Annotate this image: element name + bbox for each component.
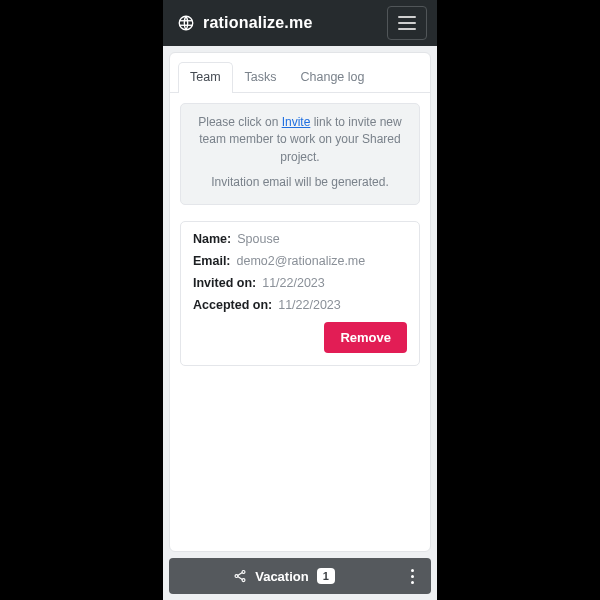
- team-member-card: Name: Spouse Email: demo2@rationalize.me…: [180, 221, 420, 366]
- notice-text-line2: Invitation email will be generated.: [193, 174, 407, 191]
- brand-text: rationalize.me: [203, 14, 313, 32]
- value-email: demo2@rationalize.me: [237, 254, 366, 268]
- main-area: Team Tasks Change log Please click on In…: [163, 46, 437, 558]
- tab-team[interactable]: Team: [178, 62, 233, 93]
- app-viewport: rationalize.me Team Tasks Change log Ple…: [163, 0, 437, 600]
- remove-button[interactable]: Remove: [324, 322, 407, 353]
- bottom-bar: Vacation 1: [169, 558, 431, 594]
- share-icon: [233, 569, 247, 583]
- project-count-badge: 1: [317, 568, 335, 584]
- tab-changelog[interactable]: Change log: [289, 62, 377, 93]
- value-name: Spouse: [237, 232, 279, 246]
- value-invited: 11/22/2023: [262, 276, 325, 290]
- content-card: Team Tasks Change log Please click on In…: [169, 52, 431, 552]
- project-selector[interactable]: Vacation 1: [169, 568, 399, 584]
- invite-link[interactable]: Invite: [282, 115, 311, 129]
- more-options-button[interactable]: [399, 562, 425, 590]
- tab-bar: Team Tasks Change log: [170, 53, 430, 93]
- navbar: rationalize.me: [163, 0, 437, 46]
- tab-tasks[interactable]: Tasks: [233, 62, 289, 93]
- label-name: Name:: [193, 232, 231, 246]
- menu-toggle-button[interactable]: [387, 6, 427, 40]
- brain-icon: [177, 14, 195, 32]
- kebab-icon: [411, 575, 414, 578]
- tab-body-team: Please click on Invite link to invite ne…: [170, 93, 430, 551]
- svg-point-0: [179, 16, 193, 30]
- label-email: Email:: [193, 254, 231, 268]
- label-invited: Invited on:: [193, 276, 256, 290]
- hamburger-icon: [398, 22, 416, 24]
- brand[interactable]: rationalize.me: [177, 14, 313, 32]
- project-name: Vacation: [255, 569, 308, 584]
- value-accepted: 11/22/2023: [278, 298, 341, 312]
- label-accepted: Accepted on:: [193, 298, 272, 312]
- notice-text-pre: Please click on: [198, 115, 281, 129]
- invite-notice: Please click on Invite link to invite ne…: [180, 103, 420, 205]
